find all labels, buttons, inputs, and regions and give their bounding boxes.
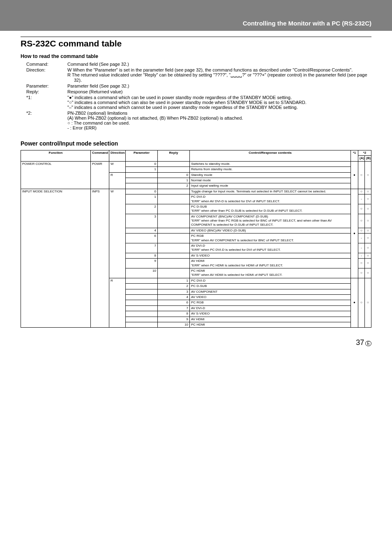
def-parameter-label: Parameter: [21,83,67,88]
command-table: Function Command Direction Parameter Rep… [21,150,371,328]
page-number: 37E [0,328,392,358]
th-command: Command [91,150,109,162]
th-star1: *1 [351,150,358,162]
def-reply: Response (Returned value) [67,89,371,94]
table-row: INPUT MODE SELECTION INPS W 0Toggle chan… [21,189,371,194]
def-star2-label: *2: [21,111,67,130]
h3: Power control/Input mode selection [21,140,371,147]
cell-b: ○ [365,161,371,189]
table-row: POWER CONTROL POWR W 0 Switches to stand… [21,161,371,166]
cell-cmd: POWR [91,161,109,189]
def-direction-r: R The returned value indicated under "Re… [67,72,371,83]
def-parameter: Parameter field (See page 32.) [67,83,371,88]
th-star2: *2 [358,150,371,156]
th-a: (A) [358,156,365,161]
cell-a: ○ [358,161,365,189]
def-direction-label: Direction: [21,67,67,83]
cell-cmd: INPS [91,189,109,328]
def-direction-w: W When the "Parameter" is set in the par… [67,67,371,72]
h2: How to read the command table [21,53,371,59]
th-parameter: Parameter [126,150,158,162]
def-command-label: Command: [21,62,67,67]
th-reply: Reply [158,150,190,162]
page-header: Controlling the Monitor with a PC (RS-23… [0,16,392,31]
def-star1-a: "●" indicates a command which can be use… [67,95,371,100]
def-star2-c: ○ : The command can be used. [67,120,371,125]
cell-fn: INPUT MODE SELECTION [21,189,91,328]
def-star2-a: PN-ZB02 (optional) limitations [67,111,371,116]
cell-dir: W [109,189,126,278]
th-direction: Direction [109,150,126,162]
cell-s1: ● [351,161,358,189]
h1: RS-232C command table [21,39,371,49]
def-star1-label: *1: [21,95,67,110]
def-reply-label: Reply: [21,89,67,94]
cell-fn: POWER CONTROL [21,161,91,189]
def-star1-c: "–" indicates a command which cannot be … [67,105,371,110]
def-command: Command field (See page 32.) [67,62,371,67]
cell-dir: W [109,161,126,172]
def-star1-b: "○" indicates a command which can also b… [67,100,371,105]
table-header-row: Function Command Direction Parameter Rep… [21,150,371,156]
th-function: Function [21,150,91,162]
cell-crc: Switches to standby mode. [190,161,351,166]
th-b: (B) [365,156,371,161]
def-star2-d: - : Error (ERR) [67,125,371,130]
def-star2-b: (A) When PN-ZB02 (optional) is not attac… [67,116,371,120]
cell-par: 0 [126,161,158,166]
th-crc: Control/Response contents [190,150,351,162]
